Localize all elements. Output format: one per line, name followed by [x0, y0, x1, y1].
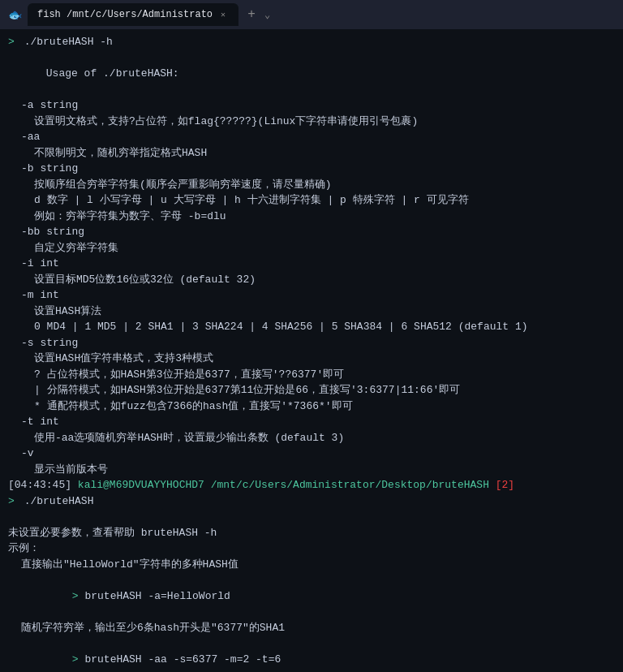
tab-close-button[interactable]: ✕ [217, 9, 229, 20]
status-line: [04:43:45] kali@M69DVUAYYHOCHD7 /mnt/c/U… [8, 477, 615, 493]
flag-a: -a string [8, 97, 615, 114]
app-icon: 🐟 [6, 6, 23, 23]
flag-i-desc: 设置目标MD5位数16位或32位 (default 32) [8, 272, 615, 288]
flag-m: -m int [8, 287, 615, 304]
blank-line [8, 509, 615, 525]
flag-s-desc1: 设置HASH值字符串格式，支持3种模式 [8, 351, 615, 367]
flag-bb: -bb string [8, 224, 615, 240]
example-1-comment: 直接输出"HelloWorld"字符串的多种HASH值 [8, 557, 615, 573]
cmd-arrow: > [72, 590, 79, 602]
tab-bar: fish /mnt/c/Users/Administrato ✕ + ⌄ [28, 3, 617, 26]
no-params-msg: 未设置必要参数，查看帮助 bruteHASH -h [8, 525, 615, 541]
example-2-comment: 随机字符穷举，输出至少6条hash开头是"6377"的SHA1 [8, 620, 615, 636]
space [489, 477, 496, 493]
active-tab[interactable]: fish /mnt/c/Users/Administrato ✕ [28, 3, 238, 26]
tab-label: fish /mnt/c/Users/Administrato [37, 9, 213, 20]
flag-bb-desc: 自定义穷举字符集 [8, 240, 615, 256]
flag-t: -t int [8, 414, 615, 430]
flag-v: -v [8, 446, 615, 462]
exit-code: [2] [496, 477, 514, 493]
flag-aa: -aa [8, 129, 615, 145]
usage-header: Usage of ./bruteHASH: [8, 50, 615, 98]
flag-b-desc3: 例如：穷举字符集为数字、字母 -b=dlu [8, 209, 615, 225]
flag-m-desc2: 0 MD4 | 1 MD5 | 2 SHA1 | 3 SHA224 | 4 SH… [8, 319, 615, 335]
flag-b: -b string [8, 161, 615, 177]
prompt-cmd-2: ./bruteHASH [18, 493, 94, 510]
flag-s-desc3: | 分隔符模式，如HASH第3位开始是6377第11位开始是66，直接写'3:6… [8, 382, 615, 398]
examples-header: 示例： [8, 541, 615, 557]
prompt-line-2: > ./bruteHASH [8, 493, 615, 510]
flag-b-desc1: 按顺序组合穷举字符集(顺序会严重影响穷举速度，请尽量精确) [8, 177, 615, 193]
example-1-cmd: > bruteHASH -a=HelloWorld [8, 572, 615, 620]
terminal-content[interactable]: > ./bruteHASH -h Usage of ./bruteHASH: -… [0, 29, 623, 672]
new-tab-button[interactable]: + [242, 5, 261, 24]
flag-b-desc2: d 数字 | l 小写字母 | u 大写字母 | h 十六进制字符集 | p 特… [8, 192, 615, 209]
example-2-cmd: > bruteHASH -aa -s=6377 -m=2 -t=6 [8, 635, 615, 672]
flag-s-desc4: * 通配符模式，如fuzz包含7366的hash值，直接写'*7366*'即可 [8, 398, 615, 415]
flag-v-desc: 显示当前版本号 [8, 462, 615, 478]
flag-s-desc2: ? 占位符模式，如HASH第3位开始是6377，直接写'??6377'即可 [8, 367, 615, 383]
flag-s: -s string [8, 335, 615, 351]
flag-i: -i int [8, 256, 615, 272]
prompt-line-1: > ./bruteHASH -h [8, 34, 615, 50]
tab-nav-button[interactable]: ⌄ [261, 9, 273, 21]
flag-aa-desc: 不限制明文，随机穷举指定格式HASH [8, 145, 615, 162]
timestamp: [04:43:45] [8, 477, 78, 493]
kali-user: kali@M69DVUAYYHOCHD7 [78, 477, 204, 493]
prompt-arrow-2: > [8, 493, 15, 510]
current-path: /mnt/c/Users/Administrator/Desktop/brute… [211, 477, 489, 493]
prompt-cmd-1: ./bruteHASH -h [18, 34, 113, 50]
cmd-arrow-2: > [72, 653, 79, 666]
prompt-arrow-1: > [8, 34, 15, 50]
flag-t-desc: 使用-aa选项随机穷举HASH时，设置最少输出条数 (default 3) [8, 430, 615, 446]
path-separator [204, 477, 211, 493]
terminal-window: 🐟 fish /mnt/c/Users/Administrato ✕ + ⌄ >… [0, 0, 623, 672]
flag-m-desc1: 设置HASH算法 [8, 304, 615, 320]
titlebar: 🐟 fish /mnt/c/Users/Administrato ✕ + ⌄ [0, 0, 623, 29]
flag-a-desc: 设置明文格式，支持?占位符，如flag{?????}(Linux下字符串请使用引… [8, 114, 615, 130]
